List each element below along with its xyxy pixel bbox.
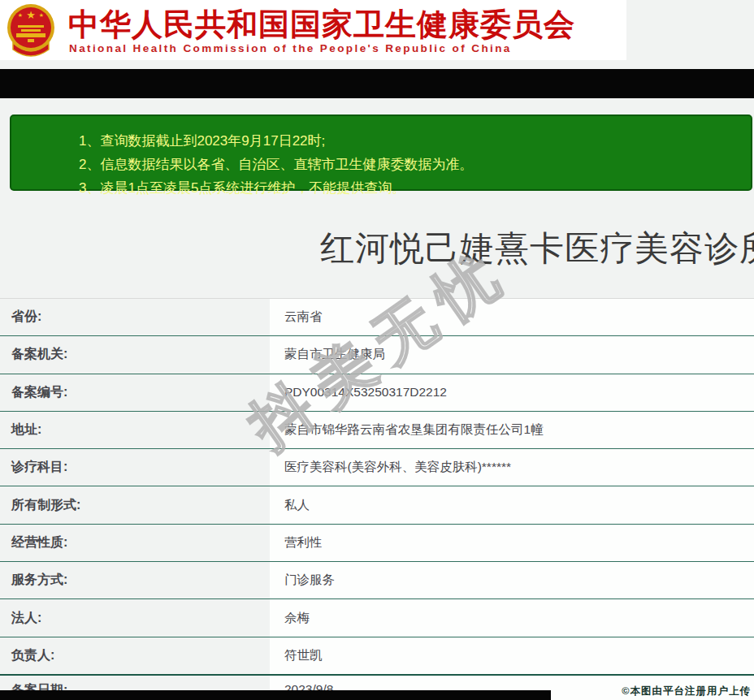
notice-box: 1、查询数据截止到2023年9月17日22时; 2、信息数据结果以各省、自治区、…	[10, 115, 752, 191]
table-row-filing-authority: 备案机关: 蒙自市卫生健康局	[0, 335, 754, 373]
row-label: 经营性质:	[0, 534, 270, 551]
row-value: 佘梅	[270, 599, 754, 636]
image-copyright-note: ©本图由平台注册用户上传	[622, 685, 751, 698]
table-row-person-in-charge: 负责人: 符世凯	[0, 637, 754, 674]
table-row-province: 省份: 云南省	[0, 298, 754, 335]
row-label: 备案机关:	[0, 346, 270, 363]
row-label: 地址:	[0, 421, 270, 439]
site-title-zh: 中华人民共和国国家卫生健康委员会	[68, 4, 575, 45]
notice-line-1: 1、查询数据截止到2023年9月17日22时;	[79, 129, 743, 153]
table-row-ownership-form: 所有制形式: 私人	[0, 486, 754, 523]
row-value: 私人	[270, 486, 754, 523]
table-row-treatment-subjects: 诊疗科目: 医疗美容科(美容外科、美容皮肤科)******	[0, 448, 754, 486]
row-value: 符世凯	[270, 637, 754, 674]
table-row-business-nature: 经营性质: 营利性	[0, 524, 754, 561]
row-value: 蒙自市锦华路云南省农垦集团有限责任公司1幢	[270, 412, 754, 448]
row-label: 所有制形式:	[0, 497, 270, 514]
row-value: 蒙自市卫生健康局	[270, 336, 754, 373]
row-value: 营利性	[270, 525, 754, 561]
svg-text:★: ★	[18, 12, 23, 18]
row-label: 服务方式:	[0, 572, 270, 589]
row-label: 备案编号:	[0, 384, 270, 401]
table-row-address: 地址: 蒙自市锦华路云南省农垦集团有限责任公司1幢	[0, 411, 754, 448]
redaction-bar-bottom	[0, 690, 551, 700]
row-label: 诊疗科目:	[0, 459, 270, 476]
redaction-bar-top	[0, 69, 754, 98]
china-national-emblem-icon: ★ ★ ★	[6, 2, 55, 58]
table-row-filing-number: 备案编号: PDY00314X53250317D2212	[0, 374, 754, 411]
svg-text:★: ★	[26, 9, 36, 21]
record-title: 红河悦己婕熹卡医疗美容诊所	[320, 226, 754, 271]
site-title-en: National Health Commission of the People…	[69, 42, 512, 54]
row-label: 负责人:	[0, 647, 270, 664]
notice-line-3: 3、凌晨1点至凌晨5点系统进行维护，不能提供查询。	[79, 176, 743, 200]
table-row-service-mode: 服务方式: 门诊服务	[0, 561, 754, 598]
record-info-table: 省份: 云南省 备案机关: 蒙自市卫生健康局 备案编号: PDY00314X53…	[0, 298, 754, 700]
nhc-record-page: { "header": { "title_zh": "中华人民共和国国家卫生健康…	[0, 0, 754, 700]
row-label: 省份:	[0, 309, 270, 326]
row-value: 门诊服务	[270, 562, 754, 598]
row-value: 云南省	[270, 299, 754, 335]
site-header: ★ ★ ★ 中华人民共和国国家卫生健康委员会 National Health C…	[0, 0, 626, 60]
row-value: 医疗美容科(美容外科、美容皮肤科)******	[270, 449, 754, 486]
row-label: 法人:	[0, 610, 270, 627]
row-value: PDY00314X53250317D2212	[270, 374, 754, 411]
notice-line-2: 2、信息数据结果以各省、自治区、直辖市卫生健康委数据为准。	[79, 153, 743, 176]
table-row-legal-person: 法人: 佘梅	[0, 598, 754, 636]
svg-text:★: ★	[39, 12, 44, 18]
